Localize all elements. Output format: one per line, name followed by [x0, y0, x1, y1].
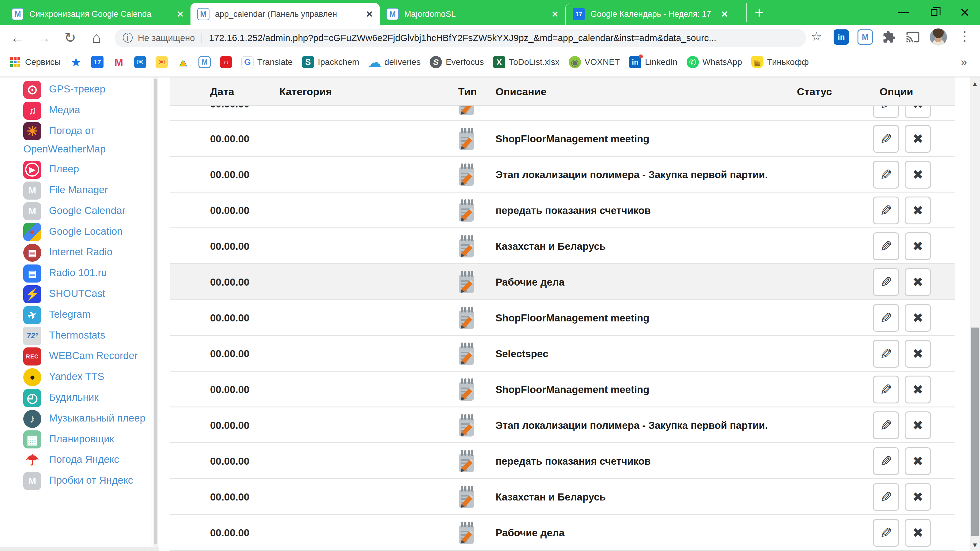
- browser-tab[interactable]: Синхронизация Google Calenda: [5, 3, 191, 25]
- back-button[interactable]: [7, 27, 27, 48]
- home-button[interactable]: [86, 27, 107, 48]
- sidebar-app-link[interactable]: WEBCam Recorder: [23, 347, 150, 365]
- bookmarks-overflow-icon[interactable]: [961, 56, 967, 69]
- delete-button[interactable]: [905, 340, 931, 368]
- bookmark-item[interactable]: [113, 56, 125, 68]
- sidebar-app-link[interactable]: Погода от OpenWeatherMap: [23, 122, 150, 158]
- edit-button[interactable]: [873, 340, 899, 368]
- tab-close-icon[interactable]: [177, 9, 184, 19]
- bookmark-item[interactable]: Тинькофф: [751, 56, 809, 68]
- bookmark-item[interactable]: [156, 56, 168, 68]
- sidebar-app-link[interactable]: Radio 101.ru: [23, 264, 150, 283]
- restore-button[interactable]: [919, 0, 950, 25]
- sidebar-scrollbar-thumb[interactable]: [154, 79, 158, 544]
- sidebar-app-link[interactable]: Telegram: [23, 305, 150, 324]
- edit-button[interactable]: [873, 519, 899, 547]
- edit-button[interactable]: [873, 125, 899, 153]
- sidebar-app-link[interactable]: Google Location: [23, 222, 150, 241]
- edit-button[interactable]: [873, 106, 899, 118]
- sidebar-app-link[interactable]: Планировщик: [23, 430, 150, 449]
- new-tab-button[interactable]: [746, 3, 764, 22]
- sidebar-app-link[interactable]: Yandex TTS: [23, 368, 150, 386]
- delete-button[interactable]: [905, 519, 931, 547]
- sidebar-app-link[interactable]: Internet Radio: [23, 243, 150, 262]
- bookmark-item[interactable]: deliveries: [368, 56, 420, 68]
- edit-button[interactable]: [873, 483, 899, 511]
- delete-button[interactable]: [905, 197, 931, 224]
- edit-button[interactable]: [873, 161, 899, 189]
- bookmark-item[interactable]: WhatsApp: [687, 56, 742, 68]
- browser-tab[interactable]: Google Календарь - Неделя: 17: [565, 3, 735, 25]
- close-button[interactable]: [950, 0, 980, 25]
- bookmark-item[interactable]: [91, 56, 103, 68]
- tab-close-icon[interactable]: [366, 9, 373, 19]
- sidebar-app-link[interactable]: Медиа: [23, 101, 150, 120]
- sidebar-app-link[interactable]: Google Calendar: [23, 202, 150, 221]
- scroll-down-icon[interactable]: [970, 541, 980, 549]
- bookmark-item[interactable]: Translate: [241, 56, 293, 68]
- browser-toolbar: Не защищено 172.16.1.252/admin.php?pd=cG…: [0, 25, 980, 51]
- reload-button[interactable]: [60, 27, 80, 48]
- sidebar-app-link[interactable]: GPS-трекер: [23, 80, 150, 99]
- bookmark-item[interactable]: LinkedIn: [629, 56, 678, 68]
- site-info-icon[interactable]: [123, 31, 133, 45]
- bookmark-label: WhatsApp: [703, 57, 742, 67]
- edit-button[interactable]: [873, 411, 899, 439]
- edit-button[interactable]: [873, 376, 899, 403]
- browser-menu-icon[interactable]: [958, 28, 971, 44]
- sidebar-app-link[interactable]: Thermostats: [23, 326, 150, 345]
- linkedin-extension-icon[interactable]: [834, 29, 849, 45]
- majordomo-extension-icon[interactable]: [858, 29, 873, 45]
- tab-close-icon[interactable]: [552, 9, 558, 19]
- extensions-puzzle-icon[interactable]: [881, 29, 897, 45]
- bookmark-star-icon[interactable]: [811, 29, 822, 43]
- page-scrollbar-thumb[interactable]: [971, 327, 979, 536]
- profile-avatar[interactable]: [930, 29, 947, 46]
- bookmark-item[interactable]: [199, 56, 211, 68]
- browser-tab[interactable]: MajordomoSL: [380, 3, 565, 25]
- delete-button[interactable]: [905, 106, 931, 118]
- bookmark-item[interactable]: VOXNET: [569, 56, 620, 68]
- bookmark-item[interactable]: Сервисы: [9, 56, 60, 68]
- delete-button[interactable]: [905, 232, 931, 260]
- delete-button[interactable]: [905, 125, 931, 153]
- page-scrollbar[interactable]: [970, 78, 980, 551]
- bookmark-item[interactable]: Ipackchem: [302, 56, 359, 68]
- sidebar-app-link[interactable]: SHOUTCast: [23, 285, 150, 303]
- bookmark-item[interactable]: Everfocus: [430, 56, 484, 68]
- edit-button[interactable]: [873, 232, 899, 260]
- edit-button[interactable]: [873, 197, 899, 224]
- bookmark-item[interactable]: [70, 56, 82, 68]
- edit-button[interactable]: [873, 447, 899, 475]
- minimize-button[interactable]: [888, 0, 919, 25]
- browser-tab[interactable]: app_calendar (Панель управлен: [191, 3, 380, 25]
- sidebar-app-link[interactable]: Будильник: [23, 389, 150, 407]
- bookmark-item[interactable]: [177, 56, 189, 68]
- whatsapp-icon: [687, 56, 699, 68]
- delete-button[interactable]: [905, 447, 931, 475]
- url-text[interactable]: 172.16.1.252/admin.php?pd=cGFuZWw6e2FjdG…: [209, 33, 716, 43]
- delete-button[interactable]: [905, 161, 931, 189]
- delete-button[interactable]: [905, 304, 931, 332]
- delete-button[interactable]: [905, 268, 931, 296]
- sidebar-scrollbar[interactable]: [153, 78, 158, 547]
- sidebar-horizontal-scrollbar[interactable]: [0, 547, 159, 551]
- edit-button[interactable]: [873, 304, 899, 332]
- delete-button[interactable]: [905, 483, 931, 511]
- sidebar-app-link[interactable]: Плеер: [23, 160, 150, 179]
- address-bar[interactable]: Не защищено 172.16.1.252/admin.php?pd=cG…: [115, 29, 806, 47]
- scroll-up-icon[interactable]: [970, 80, 980, 88]
- tab-close-icon[interactable]: [721, 9, 728, 19]
- sidebar-app-link[interactable]: Пробки от Яндекс: [23, 472, 150, 490]
- sidebar-app-link[interactable]: Погода Яндекс: [23, 451, 150, 469]
- bookmark-item[interactable]: ToDoList.xlsx: [493, 56, 560, 68]
- cast-icon[interactable]: [905, 29, 921, 45]
- bookmark-item[interactable]: [220, 56, 232, 68]
- delete-button[interactable]: [905, 411, 931, 439]
- delete-button[interactable]: [905, 376, 931, 403]
- sidebar-app-link[interactable]: Музыкальный плеер: [23, 409, 150, 428]
- edit-button[interactable]: [873, 268, 899, 296]
- sidebar-app-label: Yandex TTS: [49, 371, 104, 382]
- bookmark-item[interactable]: [134, 56, 146, 68]
- sidebar-app-link[interactable]: File Manager: [23, 181, 150, 200]
